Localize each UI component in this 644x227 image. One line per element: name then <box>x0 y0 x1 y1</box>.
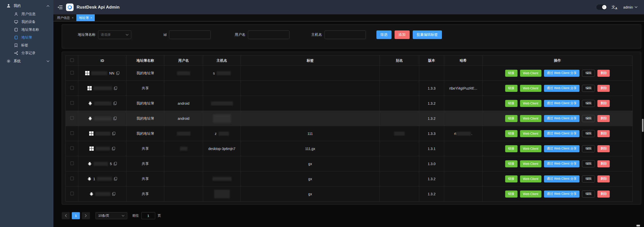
connect-button[interactable]: 链接 <box>505 85 518 92</box>
delete-button[interactable]: 删除 <box>597 130 610 137</box>
id-content <box>78 86 126 90</box>
delete-button[interactable]: 删除 <box>597 175 610 182</box>
delete-button[interactable]: 删除 <box>597 70 610 77</box>
row-checkbox[interactable] <box>70 86 74 90</box>
copy-icon[interactable] <box>112 147 115 150</box>
filter-button[interactable]: 筛选 <box>376 30 392 39</box>
prev-page-button[interactable] <box>62 212 70 219</box>
share-via-web-client-button[interactable]: 通过 Web Client 分享 <box>544 130 580 137</box>
row-checkbox[interactable] <box>70 177 74 180</box>
web-client-button[interactable]: Web Client <box>520 175 541 182</box>
select-all-checkbox[interactable] <box>70 58 74 62</box>
connect-button[interactable]: 链接 <box>505 175 518 182</box>
web-client-button[interactable]: Web Client <box>520 100 541 107</box>
sidebar-section-system[interactable]: 系统 <box>0 57 53 65</box>
user-menu[interactable]: admin <box>623 5 637 9</box>
sidebar-item-tags[interactable]: 标签 <box>0 41 53 49</box>
copy-icon[interactable] <box>114 162 117 166</box>
sidebar-item-address-book-names[interactable]: 地址簿名称 <box>0 26 53 33</box>
share-via-web-client-button[interactable]: 通过 Web Client 分享 <box>544 175 580 182</box>
web-client-button[interactable]: Web Client <box>520 85 541 92</box>
tab-close-icon[interactable]: × <box>90 16 92 19</box>
delete-button[interactable]: 删除 <box>597 191 610 198</box>
row-checkbox[interactable] <box>70 192 74 195</box>
share-via-web-client-button[interactable]: 通过 Web Client 分享 <box>544 85 580 92</box>
horizontal-scrollbar[interactable] <box>636 225 640 226</box>
share-via-web-client-button[interactable]: 通过 Web Client 分享 <box>544 115 580 122</box>
redacted-block <box>214 190 230 198</box>
edit-button[interactable]: 编辑 <box>582 100 595 107</box>
edit-button[interactable]: 编辑 <box>582 145 595 152</box>
delete-button[interactable]: 删除 <box>597 115 610 122</box>
row-checkbox[interactable] <box>70 101 74 105</box>
next-page-button[interactable] <box>82 212 90 219</box>
connect-button[interactable]: 链接 <box>505 100 518 107</box>
id-input[interactable] <box>169 30 211 39</box>
edit-button[interactable]: 编辑 <box>582 160 595 167</box>
copy-icon[interactable] <box>114 177 117 181</box>
delete-button[interactable]: 删除 <box>597 145 610 152</box>
share-via-web-client-button[interactable]: 通过 Web Client 分享 <box>544 191 580 198</box>
web-client-button[interactable]: Web Client <box>520 115 541 122</box>
current-page-button[interactable]: 1 <box>72 212 80 219</box>
edit-button[interactable]: 编辑 <box>582 175 595 182</box>
edit-button[interactable]: 编辑 <box>582 130 595 137</box>
language-icon[interactable]: 文A <box>611 5 617 10</box>
theme-toggle[interactable]: ☾ <box>596 5 607 10</box>
web-client-button[interactable]: Web Client <box>520 160 541 167</box>
copy-icon[interactable] <box>112 132 115 135</box>
tab-close-icon[interactable]: × <box>72 16 74 19</box>
row-checkbox[interactable] <box>70 162 74 165</box>
username-input[interactable] <box>248 30 289 39</box>
connect-button[interactable]: 链接 <box>505 160 518 167</box>
web-client-button[interactable]: Web Client <box>520 70 541 77</box>
sidebar-item-address-book[interactable]: 地址簿 <box>0 33 53 41</box>
add-button[interactable]: 添加 <box>395 30 410 39</box>
copy-icon[interactable] <box>113 101 117 105</box>
batch-edit-tags-button[interactable]: 批量编辑标签 <box>413 30 442 39</box>
web-client-button[interactable]: Web Client <box>520 191 541 198</box>
row-actions: 链接Web Client通过 Web Client 分享编辑删除 <box>482 115 632 122</box>
table-row: 我的地址簿android1.3.2链接Web Client通过 Web Clie… <box>66 96 633 111</box>
tab-user-info[interactable]: 用户信息× <box>54 14 76 21</box>
copy-icon[interactable] <box>116 71 119 75</box>
hostname-input[interactable] <box>325 30 366 39</box>
share-via-web-client-button[interactable]: 通过 Web Client 分享 <box>544 70 580 77</box>
vertical-scrollbar[interactable] <box>642 119 643 132</box>
sidebar-item-share-records[interactable]: 分享记录 <box>0 49 53 57</box>
fold-menu-icon[interactable] <box>57 5 62 10</box>
sidebar-section-mine[interactable]: 我的 <box>0 2 53 10</box>
edit-button[interactable]: 编辑 <box>582 70 595 77</box>
redacted-block <box>177 71 190 75</box>
connect-button[interactable]: 链接 <box>505 191 518 198</box>
row-checkbox[interactable] <box>70 116 74 120</box>
connect-button[interactable]: 链接 <box>505 130 518 137</box>
connect-button[interactable]: 链接 <box>505 115 518 122</box>
address-book-name-select[interactable]: 请选择 <box>98 30 131 39</box>
edit-button[interactable]: 编辑 <box>582 85 595 92</box>
id-cell <box>78 141 126 156</box>
connect-button[interactable]: 链接 <box>505 145 518 152</box>
sidebar-item-user-info[interactable]: 用户信息 <box>0 10 53 18</box>
edit-button[interactable]: 编辑 <box>582 115 595 122</box>
edit-button[interactable]: 编辑 <box>582 191 595 198</box>
delete-button[interactable]: 删除 <box>597 160 610 167</box>
copy-icon[interactable] <box>113 117 117 120</box>
share-via-web-client-button[interactable]: 通过 Web Client 分享 <box>544 145 580 152</box>
row-checkbox[interactable] <box>70 131 74 135</box>
row-checkbox[interactable] <box>70 146 74 150</box>
connect-button[interactable]: 链接 <box>505 70 518 77</box>
tab-address-book[interactable]: 地址簿× <box>76 14 95 21</box>
row-checkbox[interactable] <box>70 71 74 74</box>
share-via-web-client-button[interactable]: 通过 Web Client 分享 <box>544 100 580 107</box>
share-via-web-client-button[interactable]: 通过 Web Client 分享 <box>544 160 580 167</box>
copy-icon[interactable] <box>114 86 117 90</box>
copy-icon[interactable] <box>112 192 115 196</box>
web-client-button[interactable]: Web Client <box>520 130 541 137</box>
page-size-select[interactable]: 10条/页 <box>95 212 127 219</box>
web-client-button[interactable]: Web Client <box>520 145 541 152</box>
delete-button[interactable]: 删除 <box>597 85 610 92</box>
goto-page-input[interactable] <box>141 212 155 219</box>
delete-button[interactable]: 删除 <box>597 100 610 107</box>
sidebar-item-my-devices[interactable]: 我的设备 <box>0 18 53 26</box>
